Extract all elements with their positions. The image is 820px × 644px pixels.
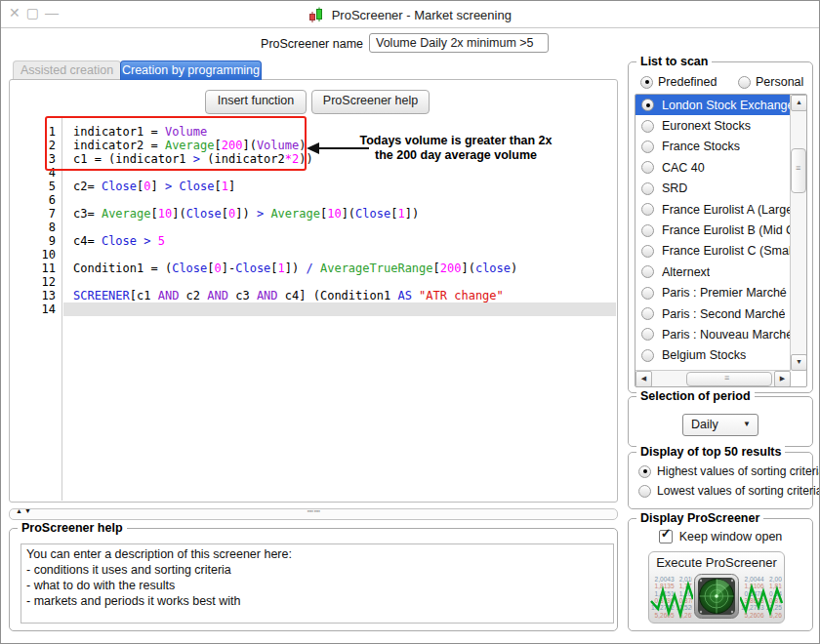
radar-icon <box>694 574 739 619</box>
scroll-right-button[interactable]: ▶ <box>774 371 791 387</box>
code-line[interactable]: 6 <box>11 193 616 207</box>
code-line[interactable]: 5c2= Close[0] > Close[1] <box>11 180 616 193</box>
list-item-label: SRD <box>662 181 687 195</box>
keep-window-open-checkbox[interactable]: ✓ <box>659 530 673 543</box>
list-item[interactable]: Euronext Stocks <box>636 115 791 136</box>
code-line[interactable]: 8 <box>11 221 616 234</box>
list-item-label: Paris : Premier Marché <box>662 286 787 300</box>
list-item[interactable]: Paris : Second Marché <box>636 303 791 324</box>
radio-icon <box>638 485 651 498</box>
proscreener-name-input[interactable] <box>369 33 549 53</box>
list-item[interactable]: Paris : Premier Marché <box>636 283 791 303</box>
code-line[interactable]: 13SCREENER[c1 AND c2 AND c3 AND c4] (Con… <box>11 289 616 302</box>
chevron-down-icon: ▼ <box>743 420 751 428</box>
list-item-label: France Eurolist A (Large C <box>662 203 791 217</box>
period-dropdown[interactable]: Daily ▼ <box>682 414 758 436</box>
top50-legend: Display of top 50 results <box>636 445 785 459</box>
list-item-label: France Eurolist B (Mid Cap <box>662 223 791 237</box>
radio-icon <box>641 99 654 111</box>
list-item-label: Paris : Nouveau Marché <box>662 328 791 342</box>
window-title: ProScreener - Market screening <box>1 7 819 26</box>
vertical-scrollbar[interactable]: ▲ ▼ <box>790 95 806 371</box>
execute-proscreener-label: Execute ProScreener <box>649 555 784 570</box>
radio-label: Highest values of sorting criteria <box>657 464 820 478</box>
green-chart-left-icon <box>650 578 693 619</box>
radio-label: Lowest values of sorting criteria <box>657 484 820 498</box>
insert-function-button[interactable]: Insert function <box>205 90 307 114</box>
list-item-label: Paris : Second Marché <box>662 307 785 321</box>
tab-creation-by-programming[interactable]: Creation by programming <box>120 60 262 80</box>
list-item[interactable]: CAC 40 <box>636 157 791 178</box>
list-item[interactable]: Belgium Stocks <box>636 345 791 366</box>
proscreener-window: ✕▢— ProScreener - Market screening ProSc… <box>0 0 820 644</box>
radio-icon <box>641 182 654 195</box>
radio-icon <box>738 76 751 89</box>
radio-label: Personal <box>756 75 803 89</box>
list-item-label: France Eurolist C (Small Ca <box>662 244 791 258</box>
list-item[interactable]: London Stock Exchange : A <box>636 95 791 115</box>
top50-results-fieldset: Display of top 50 results Highest values… <box>628 452 813 509</box>
splitter-collapse-icons[interactable]: ▲▼ <box>16 507 33 514</box>
radio-icon <box>641 141 654 153</box>
annotation-text: Todays volume is greater than 2x the 200… <box>353 134 558 163</box>
radio-icon <box>641 203 654 216</box>
proscreener-help-button[interactable]: ProScreener help <box>311 90 430 114</box>
display-proscreener-fieldset: Display ProScreener ✓ Keep window open E… <box>628 518 813 631</box>
list-item-label: Alternext <box>662 265 710 279</box>
candlestick-icon <box>308 7 324 26</box>
horizontal-scrollbar[interactable]: ◀ ▶ <box>636 370 791 386</box>
vertical-scrollbar-thumb[interactable] <box>791 148 806 193</box>
top50-radio[interactable]: Highest values of sorting criteria <box>638 464 820 478</box>
radio-icon <box>641 287 654 300</box>
list-item[interactable]: Paris : Nouveau Marché <box>636 324 791 344</box>
radio-icon <box>641 245 654 258</box>
list-item[interactable]: France Eurolist C (Small Ca <box>636 241 791 262</box>
list-item[interactable]: France Stocks <box>636 137 791 157</box>
radio-icon <box>641 161 654 174</box>
scroll-left-button[interactable]: ◀ <box>636 371 652 387</box>
radio-label: Predefined <box>658 75 717 89</box>
scan-listbox: London Stock Exchange : AEuronext Stocks… <box>635 94 807 387</box>
top50-radio[interactable]: Lowest values of sorting criteria <box>638 484 820 498</box>
code-line[interactable]: 7c3= Average[10](Close[0]) > Average[10]… <box>11 207 616 221</box>
check-icon: ✓ <box>661 526 672 541</box>
code-line[interactable]: 9c4= Close > 5 <box>11 234 616 248</box>
horizontal-scrollbar-thumb[interactable] <box>686 372 772 386</box>
scan-list-items: London Stock Exchange : AEuronext Stocks… <box>636 95 791 366</box>
code-line[interactable]: 11Condition1 = (Close[0]-Close[1]) / Ave… <box>11 262 616 275</box>
tab-assisted-creation[interactable]: Assisted creation <box>13 60 121 80</box>
execute-proscreener-button[interactable]: Execute ProScreener 2,00432,01011,81351,… <box>648 551 785 624</box>
list-item[interactable]: SRD <box>636 179 791 199</box>
scroll-down-button[interactable]: ▼ <box>791 354 807 371</box>
radio-icon <box>640 76 653 89</box>
code-line[interactable]: 14 <box>11 302 616 316</box>
list-to-scan-fieldset: List to scan PredefinedPersonal London S… <box>628 61 813 393</box>
code-line[interactable]: 12 <box>11 275 616 289</box>
screener-description-textarea[interactable]: You can enter a description of this scre… <box>20 543 614 624</box>
list-item-label: London Stock Exchange : A <box>662 99 791 112</box>
selection-of-period-fieldset: Selection of period Daily ▼ <box>628 396 813 447</box>
list-item[interactable]: France Eurolist B (Mid Cap <box>636 220 791 240</box>
annotation-highlight-box <box>45 116 307 171</box>
radio-icon <box>641 307 654 320</box>
list-item[interactable]: Alternext <box>636 262 791 282</box>
horizontal-splitter[interactable]: ▲▼ ┉┉ <box>9 508 618 520</box>
radio-icon <box>641 328 654 341</box>
help-fieldset: ProScreener help You can enter a descrip… <box>9 528 618 631</box>
period-value: Daily <box>691 418 718 431</box>
proscreener-name-label: ProScreener name <box>261 37 363 51</box>
display-legend: Display ProScreener <box>636 511 763 525</box>
help-legend: ProScreener help <box>18 521 127 535</box>
scroll-up-button[interactable]: ▲ <box>791 95 807 111</box>
code-line[interactable]: 10 <box>11 248 616 262</box>
splitter-grip-icon[interactable]: ┉┉ <box>308 505 321 516</box>
radio-icon <box>638 465 651 478</box>
list-item-label: CAC 40 <box>662 161 705 175</box>
list-to-scan-legend: List to scan <box>636 55 712 68</box>
list-item-label: Belgium Stocks <box>662 348 746 362</box>
list-item[interactable]: France Eurolist A (Large C <box>636 199 791 220</box>
list-mode-radio[interactable]: Predefined <box>640 75 717 89</box>
green-chart-right-icon <box>740 578 783 619</box>
list-mode-radio[interactable]: Personal <box>738 75 803 89</box>
radio-icon <box>641 265 654 278</box>
